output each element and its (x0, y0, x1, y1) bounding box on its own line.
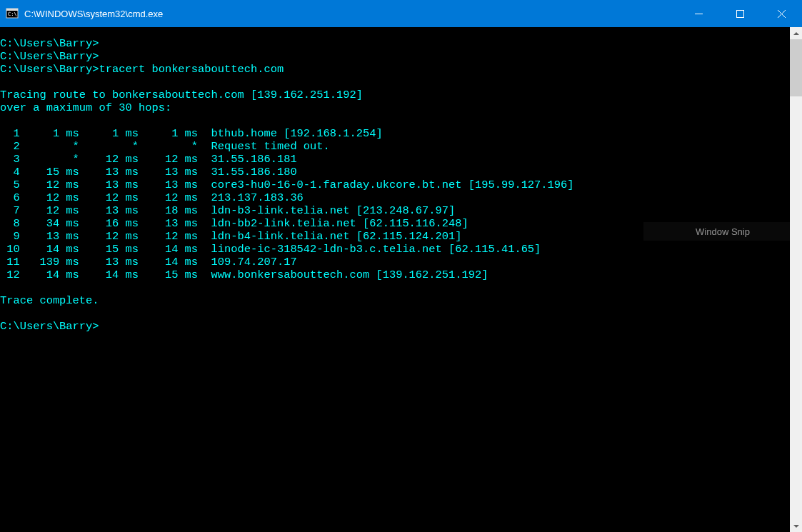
scroll-track[interactable] (790, 39, 802, 520)
svg-text:C:\: C:\ (8, 11, 17, 17)
svg-rect-4 (736, 10, 743, 17)
maximize-button[interactable] (719, 0, 761, 27)
terminal-output[interactable]: C:\Users\Barry> C:\Users\Barry> C:\Users… (0, 27, 790, 532)
minimize-button[interactable] (678, 0, 719, 27)
terminal-wrap: C:\Users\Barry> C:\Users\Barry> C:\Users… (0, 27, 802, 532)
close-button[interactable] (761, 0, 802, 27)
cmd-icon: C:\ (6, 7, 19, 20)
titlebar[interactable]: C:\ C:\WINDOWS\system32\cmd.exe (0, 0, 802, 27)
maximize-icon (736, 10, 744, 18)
svg-marker-8 (793, 525, 799, 528)
scroll-down-arrow[interactable] (790, 520, 802, 532)
scroll-thumb[interactable] (790, 39, 802, 96)
scroll-up-arrow[interactable] (790, 27, 802, 39)
cmd-window: C:\ C:\WINDOWS\system32\cmd.exe C:\Users… (0, 0, 802, 532)
window-controls (678, 0, 802, 27)
close-icon (778, 10, 786, 18)
minimize-icon (695, 10, 703, 18)
window-title: C:\WINDOWS\system32\cmd.exe (24, 9, 678, 19)
svg-marker-7 (793, 32, 799, 35)
vertical-scrollbar[interactable] (790, 27, 802, 532)
svg-rect-1 (6, 9, 18, 11)
